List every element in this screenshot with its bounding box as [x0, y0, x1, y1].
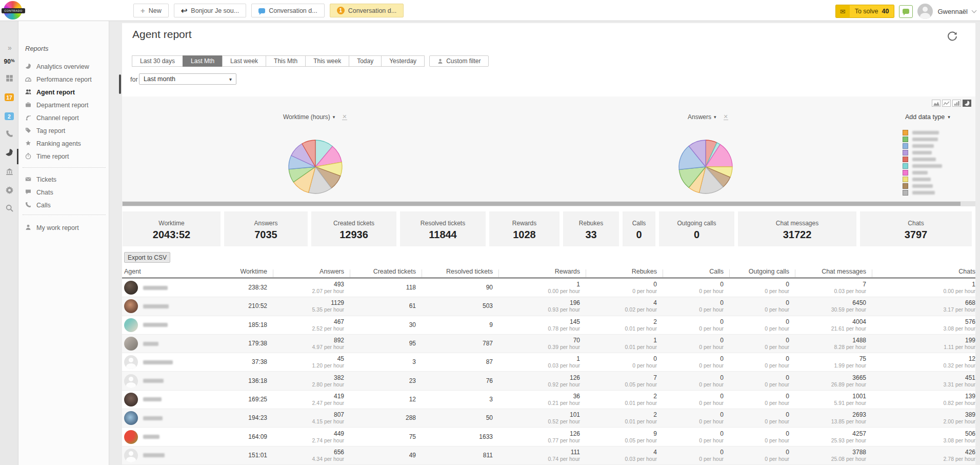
legend-item[interactable]: [903, 143, 942, 149]
tab-label: Bonjour Je sou...: [191, 7, 239, 14]
sidebar-item-analytics-overview[interactable]: Analytics overview: [18, 60, 109, 73]
answers-pie-chart[interactable]: [677, 139, 734, 195]
cell-per-hour: 0 per hour: [663, 437, 724, 443]
table-row[interactable]: 169:254192.47 per hour123360.21 per hour…: [122, 391, 975, 409]
ticket-tab-2[interactable]: Conversation d...: [251, 4, 325, 17]
legend-label-blurred: [912, 131, 939, 134]
pie-chart-icon[interactable]: [963, 100, 971, 107]
legend-item[interactable]: [903, 149, 942, 156]
line-chart-icon[interactable]: [942, 100, 951, 107]
vertical-scrollbar-thumb[interactable]: [119, 74, 121, 94]
close-icon[interactable]: ✕: [342, 114, 347, 120]
ticket-count-badge[interactable]: 17: [0, 93, 18, 101]
bank-icon[interactable]: [0, 168, 18, 176]
filter-tab-this-mth[interactable]: This Mth: [266, 55, 306, 67]
phone-icon[interactable]: [0, 130, 18, 138]
column-header-answers[interactable]: Answers: [273, 268, 350, 275]
sidebar-item-tag-report[interactable]: Tag report: [18, 124, 109, 137]
gear-icon[interactable]: [0, 186, 18, 194]
cell-value: 12: [350, 396, 416, 403]
stat-card-rebukes: Rebukes33: [563, 211, 619, 246]
to-solve-button[interactable]: ✉ To solve 40: [835, 5, 895, 18]
table-row[interactable]: 136:183822.80 per hour23761260.92 per ho…: [122, 372, 975, 390]
cell-value: 467: [273, 319, 344, 325]
chat-status-button[interactable]: [899, 5, 913, 18]
collapse-chevrons-icon[interactable]: »: [0, 44, 18, 52]
sidebar-item-performance-report[interactable]: Performance report: [18, 73, 109, 86]
table-row[interactable]: 194:238074.15 per hour288501010.52 per h…: [122, 409, 975, 428]
legend-item[interactable]: [903, 129, 942, 136]
worktime-pie-chart[interactable]: [287, 139, 344, 195]
cell-value: 0: [663, 356, 724, 362]
dropdown-caret-icon[interactable]: ▾: [714, 114, 716, 120]
table-row[interactable]: 238:324932.07 per hour1189010.00 per hou…: [122, 279, 975, 297]
cell-per-hour: 0 per hour: [663, 306, 724, 313]
table-row[interactable]: 185:184672.52 per hour3091450.78 per hou…: [122, 316, 975, 335]
ticket-tab-3[interactable]: 1Conversation d...: [330, 4, 404, 17]
refresh-icon[interactable]: [947, 31, 958, 42]
column-header-worktime[interactable]: Worktime: [212, 268, 273, 275]
icon-rail: » 90% 17 2: [0, 21, 18, 465]
sidebar-item-chats[interactable]: Chats: [18, 186, 109, 199]
ticket-tab-1[interactable]: ↩Bonjour Je sou...: [174, 4, 246, 17]
filter-tab-yesterday[interactable]: Yesterday: [381, 55, 425, 67]
filter-tab-last-mth[interactable]: Last Mth: [183, 55, 223, 67]
export-csv-button[interactable]: Export to CSV: [124, 252, 170, 263]
legend-item[interactable]: [903, 176, 942, 183]
cell-value: 3: [350, 359, 416, 365]
filter-tab-last-week[interactable]: Last week: [222, 55, 266, 67]
period-select[interactable]: Last month ▾: [139, 73, 236, 85]
area-chart-icon[interactable]: [932, 100, 941, 107]
horizontal-scrollbar-thumb[interactable]: [123, 202, 961, 206]
sidebar-item-tickets[interactable]: Tickets: [18, 173, 109, 186]
column-header-agent[interactable]: Agent: [122, 268, 212, 275]
sidebar-item-ranking-agents[interactable]: Ranking agents: [18, 137, 109, 150]
sidebar-item-calls[interactable]: Calls: [18, 199, 109, 211]
bar-chart-icon[interactable]: [952, 100, 961, 107]
legend-item[interactable]: [903, 169, 942, 176]
column-header-rebukes[interactable]: Rebukes: [586, 268, 663, 275]
dropdown-caret-icon[interactable]: ▾: [333, 114, 335, 120]
user-avatar[interactable]: [917, 4, 933, 19]
sidebar-item-my-work-report[interactable]: My work report: [18, 221, 109, 234]
legend-item[interactable]: [903, 163, 942, 169]
legend-item[interactable]: [903, 156, 942, 163]
chat-count-badge[interactable]: 2: [0, 112, 18, 120]
app-logo[interactable]: CONTRADO: [4, 1, 22, 20]
table-row[interactable]: 37:38451.20 per hour38710.03 per hour00 …: [122, 353, 975, 372]
legend-item[interactable]: [903, 189, 942, 196]
sidebar-item-agent-report[interactable]: Agent report: [18, 86, 109, 99]
dashboard-grid-icon[interactable]: [0, 74, 18, 82]
table-row[interactable]: 210:5211295.35 per hour615031960.93 per …: [122, 297, 975, 316]
sidebar-item-department-report[interactable]: Department report: [18, 99, 109, 111]
filter-tab-this-week[interactable]: This week: [305, 55, 349, 67]
sidebar-item-channel-report[interactable]: Channel report: [18, 111, 109, 124]
filter-tab-today[interactable]: Today: [349, 55, 382, 67]
sidebar-item-label: Calls: [36, 202, 51, 209]
column-header-chat-messages[interactable]: Chat messages: [795, 268, 872, 275]
add-data-type-button[interactable]: Add data type ▾: [905, 113, 950, 121]
table-row[interactable]: 164:094492.74 per hour7516331260.77 per …: [122, 428, 975, 446]
close-icon[interactable]: ✕: [724, 114, 728, 120]
legend-item[interactable]: [903, 136, 942, 143]
column-header-outgoing-calls[interactable]: Outgoing calls: [730, 268, 795, 275]
table-row[interactable]: 151:016564.34 per hour498111110.74 per h…: [122, 447, 975, 465]
column-header-rewards[interactable]: Rewards: [499, 268, 586, 275]
custom-filter-button[interactable]: Custom filter: [429, 55, 489, 67]
cell-value: 0: [663, 337, 724, 344]
filter-tab-last-30-days[interactable]: Last 30 days: [132, 55, 183, 67]
cell-value: 45: [273, 356, 344, 362]
column-header-created-tickets[interactable]: Created tickets: [350, 268, 422, 275]
ticket-tab-0[interactable]: +New: [133, 4, 169, 17]
chevron-down-icon[interactable]: [972, 8, 977, 13]
horizontal-scrollbar[interactable]: [122, 201, 975, 206]
legend-label-blurred: [912, 191, 935, 195]
table-row[interactable]: 179:388924.97 per hour95787700.39 per ho…: [122, 335, 975, 353]
column-header-chats[interactable]: Chats: [872, 268, 975, 275]
legend-item[interactable]: [903, 183, 942, 189]
column-header-calls[interactable]: Calls: [663, 268, 730, 275]
reports-pie-icon[interactable]: [0, 148, 18, 157]
search-icon[interactable]: [0, 204, 18, 212]
sidebar-item-time-report[interactable]: Time report: [18, 150, 109, 163]
column-header-resolved-tickets[interactable]: Resolved tickets: [422, 268, 499, 275]
